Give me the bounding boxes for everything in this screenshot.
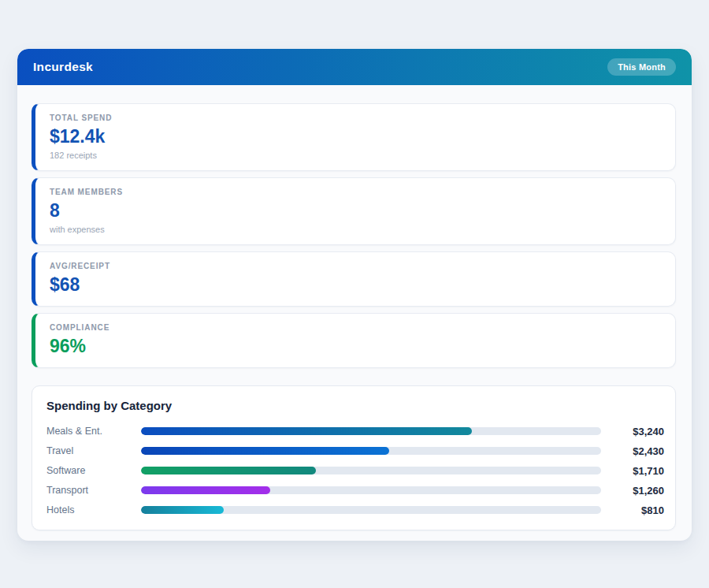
category-bar-track	[141, 447, 601, 455]
spending-card-title: Spending by Category	[46, 399, 664, 412]
stat-subtext: 182 receipts	[50, 150, 663, 161]
app-header: Incurdesk This Month	[17, 49, 692, 85]
category-label: Meals & Ent.	[46, 426, 141, 437]
category-bar-fill	[141, 506, 224, 514]
category-bar-fill	[141, 447, 389, 455]
stat-subtext: with expenses	[50, 224, 663, 235]
stat-card: AVG/RECEIPT $68	[32, 251, 676, 307]
category-amount: $2,430	[607, 445, 664, 457]
category-bar-list: Meals & Ent. $3,240 Travel $2,430	[46, 426, 664, 515]
stat-label: AVG/RECEIPT	[50, 261, 663, 271]
app-title: Incurdesk	[33, 60, 93, 74]
category-amount: $1,260	[607, 485, 664, 497]
category-label: Transport	[46, 485, 141, 496]
category-bar-track	[141, 486, 601, 494]
stat-label: COMPLIANCE	[50, 322, 663, 333]
category-bar-track	[141, 427, 601, 435]
category-row: Software $1,710	[46, 465, 664, 476]
dashboard-content: TOTAL SPEND $12.4k 182 receipts TEAM MEM…	[17, 85, 692, 530]
category-label: Hotels	[46, 504, 141, 515]
stat-card: TEAM MEMBERS 8 with expenses	[32, 177, 676, 245]
category-amount: $1,710	[607, 465, 664, 477]
category-bar-fill	[141, 486, 270, 494]
category-bar-track	[141, 467, 601, 474]
category-label: Travel	[46, 445, 141, 456]
stat-card-list: TOTAL SPEND $12.4k 182 receipts TEAM MEM…	[32, 103, 676, 368]
stat-value: 8	[50, 199, 663, 222]
category-row: Travel $2,430	[46, 445, 664, 456]
stat-value: $12.4k	[50, 125, 663, 148]
category-label: Software	[46, 465, 141, 476]
stat-value: $68	[50, 274, 663, 296]
period-badge[interactable]: This Month	[607, 58, 676, 76]
incurdesk-panel: Incurdesk This Month TOTAL SPEND $12.4k …	[17, 49, 692, 541]
stat-card: COMPLIANCE 96%	[32, 313, 676, 368]
category-bar-track	[141, 506, 601, 514]
category-bar-fill	[141, 427, 472, 435]
category-bar-fill	[141, 467, 316, 474]
stat-value: 96%	[50, 335, 663, 358]
category-row: Transport $1,260	[46, 485, 664, 496]
category-amount: $3,240	[607, 426, 664, 437]
spending-by-category-card: Spending by Category Meals & Ent. $3,240…	[32, 385, 676, 530]
category-row: Meals & Ent. $3,240	[46, 426, 664, 437]
stat-card: TOTAL SPEND $12.4k 182 receipts	[32, 103, 676, 171]
stat-label: TEAM MEMBERS	[50, 187, 663, 197]
category-row: Hotels $810	[46, 504, 664, 515]
stat-label: TOTAL SPEND	[50, 113, 663, 123]
category-amount: $810	[607, 504, 664, 516]
